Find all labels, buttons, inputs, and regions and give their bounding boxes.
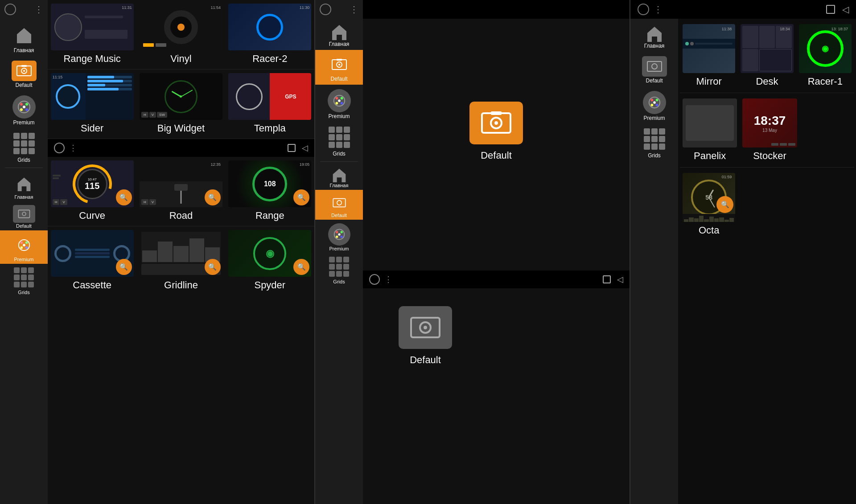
- sidebar2-premium-label: Premium: [328, 113, 350, 119]
- theme-desk[interactable]: 18:34 Desk: [738, 22, 796, 89]
- svg-rect-40: [491, 111, 502, 115]
- sidebar2-grids-b[interactable]: Grids: [315, 253, 363, 286]
- sidebar2-grids[interactable]: Grids: [315, 122, 363, 160]
- sidebar-label-default-2: Default: [16, 223, 32, 229]
- theme-vinyl[interactable]: 11:54 Vinyl: [136, 0, 225, 69]
- phone-panel-2: ⋮ Главная Default: [315, 0, 630, 504]
- sidebar2-home-b[interactable]: Главная: [315, 164, 363, 190]
- spyder-thumb: ◉ 🔍: [228, 230, 311, 277]
- sidebar2-grids-label: Grids: [333, 151, 346, 157]
- sidebar-item-premium-2[interactable]: Premium: [0, 230, 48, 264]
- grid-icon-1: [13, 133, 35, 154]
- sidebar-item-default-1[interactable]: Default: [0, 56, 48, 91]
- right-sidebar: Главная Default: [630, 19, 678, 504]
- theme-templa[interactable]: GPS Templa: [226, 70, 314, 139]
- right-sidebar-default[interactable]: Default: [630, 52, 678, 86]
- status-circle-4: [369, 274, 380, 285]
- svg-point-35: [336, 236, 338, 238]
- svg-point-50: [650, 104, 653, 107]
- theme-bigwidget[interactable]: H V SW Big Widget: [136, 70, 225, 139]
- sidebar2-default-label: Default: [330, 76, 347, 82]
- sidebar-label-default-1: Default: [15, 82, 32, 88]
- sidebar2-premium-b[interactable]: Premium: [315, 220, 363, 253]
- sidebar2-default-b[interactable]: Default: [315, 190, 363, 220]
- theme-racer2[interactable]: 11:30 Racer-2: [226, 0, 314, 69]
- dots-icon-1: ⋮: [34, 4, 43, 15]
- gridline-premium-badge: 🔍: [205, 259, 221, 275]
- square-nav-1[interactable]: [288, 144, 296, 152]
- theme-cassette[interactable]: 🔍 Cassette: [48, 226, 136, 295]
- cassette-premium-badge: 🔍: [116, 259, 132, 275]
- svg-point-28: [338, 99, 341, 102]
- road-thumb: 12:35 H V 🔍: [140, 160, 222, 207]
- sidebar-label-grids-2: Grids: [18, 290, 29, 295]
- theme-row-1: 11:31 Range Music 11:54: [48, 0, 314, 70]
- cassette-label: Cassette: [73, 279, 111, 291]
- grid-icon-2: [14, 267, 34, 287]
- square-nav-2[interactable]: [603, 275, 611, 283]
- back-arrow-3[interactable]: ◁: [842, 4, 849, 15]
- sidebar-item-grids-1[interactable]: Grids: [0, 128, 48, 166]
- racer1-label: Racer-1: [808, 76, 843, 87]
- svg-point-43: [424, 326, 427, 329]
- svg-point-48: [655, 99, 658, 102]
- sidebar-label-premium-1: Premium: [13, 119, 34, 126]
- vinyl-thumb: 11:54: [140, 4, 222, 50]
- theme-curve[interactable]: 10:47 115 H V: [48, 157, 136, 226]
- grid-icon-3: [329, 127, 350, 148]
- svg-point-16: [25, 246, 28, 249]
- desk-thumb: 18:34: [741, 24, 793, 73]
- back-arrow-1[interactable]: ◁: [302, 143, 308, 153]
- sidebar-1: ⋮ Главная: [0, 0, 48, 504]
- dots-icon-3: ⋮: [350, 4, 358, 15]
- sidebar2-grids-b-label: Grids: [333, 279, 345, 284]
- theme-mirror[interactable]: 11:38 Mirror: [680, 22, 738, 89]
- theme-panelix[interactable]: Panelix: [680, 97, 740, 164]
- theme-sider[interactable]: 11:15 Sider: [48, 70, 136, 139]
- theme-gridline[interactable]: 🔍 Gridline: [136, 226, 225, 295]
- home-icon-1: [12, 23, 36, 46]
- octa-label: Octa: [699, 225, 719, 236]
- mirror-label: Mirror: [696, 76, 721, 87]
- range-music-thumb: 11:31: [51, 4, 134, 50]
- sidebar2-default[interactable]: Default: [315, 50, 363, 85]
- theme-range[interactable]: 108 19:05 🔍 Range: [226, 157, 314, 226]
- sidebar-item-home-2[interactable]: Главная: [0, 170, 48, 201]
- theme-road[interactable]: 12:35 H V 🔍 Road: [136, 157, 225, 226]
- sidebar-item-premium-1[interactable]: Premium: [0, 91, 48, 128]
- back-arrow-2[interactable]: ◁: [617, 275, 623, 284]
- sidebar2-home[interactable]: Главная: [315, 19, 363, 50]
- theme-row-3: 10:47 115 H V: [48, 157, 314, 226]
- status-circle-2: [54, 143, 65, 153]
- right-sidebar-home-label: Главная: [644, 43, 665, 49]
- right-sidebar-home[interactable]: Главная: [630, 20, 678, 52]
- svg-point-51: [653, 101, 656, 104]
- theme-racer1[interactable]: ◉ 13: 18:37 Racer-1: [796, 22, 854, 89]
- theme-range-music[interactable]: 11:31 Range Music: [48, 0, 136, 69]
- theme-stocker[interactable]: 18:37 13 May Stocker: [740, 97, 799, 164]
- right-sidebar-grids-label: Grids: [648, 152, 661, 159]
- sidebar2-default-b-label: Default: [331, 213, 347, 218]
- sidebar-item-home-1[interactable]: Главная: [0, 19, 48, 56]
- right-sidebar-grids[interactable]: Grids: [630, 124, 678, 161]
- square-nav-3[interactable]: [826, 5, 835, 14]
- range-label: Range: [255, 210, 284, 221]
- svg-point-9: [20, 108, 23, 111]
- right-sidebar-premium[interactable]: Premium: [630, 86, 678, 124]
- panel1-content: 11:31 Range Music 11:54: [48, 0, 314, 504]
- sidebar-label-premium-2: Premium: [14, 257, 33, 262]
- svg-rect-11: [18, 210, 29, 217]
- theme-spyder[interactable]: ◉ 🔍 Spyder: [226, 226, 314, 295]
- photo-icon-1: [12, 61, 37, 81]
- svg-rect-4: [21, 65, 27, 67]
- sidebar-item-default-2[interactable]: Default: [0, 201, 48, 230]
- palette-icon-1: [12, 95, 36, 119]
- cassette-thumb: 🔍: [51, 230, 134, 277]
- svg-point-12: [22, 212, 26, 216]
- svg-point-24: [335, 97, 338, 100]
- svg-point-47: [650, 99, 653, 102]
- sidebar2-premium[interactable]: Premium: [315, 85, 363, 122]
- theme-octa[interactable]: 58: [680, 171, 738, 238]
- sidebar-item-grids-2[interactable]: Grids: [0, 264, 48, 297]
- svg-point-8: [25, 108, 28, 111]
